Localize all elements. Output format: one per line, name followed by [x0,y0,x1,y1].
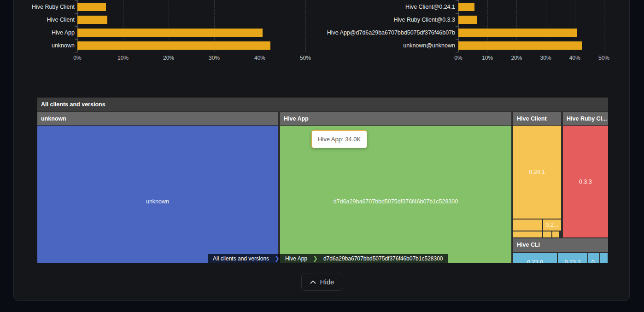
hide-button[interactable]: Hide [301,273,343,291]
treemap-cell[interactable]: 0. [588,253,599,263]
clients-chart-y-axis-tick [75,52,77,52]
treemap-cell[interactable]: 0.2... [543,220,561,231]
clients-chart-x-tick-label: 20% [158,55,180,61]
versions-chart-x-tick-label: 10% [476,55,498,61]
versions-chart-bar[interactable] [458,41,582,50]
versions-chart-y-axis-tick [456,52,458,52]
breadcrumb-chevron-icon: ❯ [274,254,281,263]
treemap-cell[interactable]: unknown [37,126,278,263]
treemap-breadcrumb: All clients and versions❯Hive App❯d7d6a2… [208,254,448,263]
page: 0%10%20%30%40%50%Hive Ruby ClientHive Cl… [0,0,644,312]
versions-chart-x-tick-label: 30% [535,55,557,61]
breadcrumb-item[interactable]: All clients and versions [208,254,274,263]
clients-chart-x-tick-label: 0% [66,55,88,61]
treemap-cell[interactable] [513,231,542,237]
versions-chart-x-tick-label: 50% [593,55,615,61]
clients-chart-bar[interactable] [77,3,106,11]
treemap-tooltip: Hive App: 34.0K [311,130,367,148]
treemap-section-header[interactable]: Hive CLI [513,238,608,252]
treemap-cell[interactable]: 0.24.1 [513,126,561,219]
breadcrumb-chevron-icon: ❯ [312,254,319,263]
clients-chart-x-tick-label: 40% [249,55,271,61]
versions-chart-x-tick-label: 0% [447,55,469,61]
treemap-section-header[interactable]: Hive Client [513,112,561,125]
treemap-section-header[interactable]: unknown [37,112,278,125]
treemap-cell[interactable]: 0.23.2 [558,253,587,263]
versions-chart-y-axis-tick [456,0,458,1]
versions-chart-y-axis-tick [456,26,458,27]
clients-chart-x-tick-label: 10% [112,55,134,61]
clients-chart-bar[interactable] [77,29,263,37]
clients-chart-category-label: Hive Ruby Client [6,3,75,11]
treemap-section-header[interactable]: Hive App [280,112,511,125]
chevron-up-icon [310,280,316,284]
clients-chart-y-axis-tick [75,26,77,27]
versions-chart-y-axis-tick [456,13,458,14]
versions-chart-x-tick-label: 20% [505,55,527,61]
versions-chart-category-label: Hive Ruby Client@0.3.3 [299,16,455,24]
panel-footer: Hide [0,273,644,291]
clients-chart-bar[interactable] [77,41,270,50]
versions-chart-category-label: Hive Client@0.24.1 [299,3,455,11]
clients-chart-category-label: Hive App [6,29,75,37]
clients-chart-y-axis-tick [75,13,77,14]
versions-chart-bar[interactable] [458,3,474,11]
clients-chart-y-axis-tick [75,39,77,40]
clients-chart-bar[interactable] [77,16,107,24]
clients-chart-category-label: Hive Client [6,16,75,24]
treemap-cell[interactable] [543,231,551,237]
treemap-title-bar: All clients and versions [37,98,608,111]
treemap-cell[interactable] [552,231,559,237]
clients-chart-category-label: unknown [6,41,75,50]
tooltip-text: Hive App: 34.0K [318,136,361,143]
breadcrumb-item[interactable]: Hive App [281,254,312,263]
versions-chart-category-label: unknown@unknown [299,41,455,50]
hide-button-label: Hide [320,278,334,286]
treemap-cell[interactable] [513,220,542,231]
versions-chart-bar[interactable] [458,16,477,24]
versions-chart-x-tick-label: 40% [564,55,586,61]
versions-chart-bar[interactable] [458,29,577,37]
treemap-cell[interactable] [600,253,608,263]
breadcrumb-item[interactable]: d7d6a29ba6707bbd5075df376f46b07b1c528300 [319,254,448,263]
clients-chart-x-tick-label: 50% [294,55,316,61]
versions-chart-gridline [604,0,604,52]
treemap-cell[interactable]: 0.3.3 [563,126,608,237]
treemap-cell[interactable]: 0.23.0 [513,253,557,263]
clients-chart-y-axis-tick [75,0,77,1]
clients-chart-x-tick-label: 30% [203,55,225,61]
treemap-section-header[interactable]: Hive Ruby Cl... [563,112,608,125]
versions-chart-y-axis-tick [456,39,458,40]
versions-chart-category-label: Hive App@d7d6a29ba6707bbd5075df376f46b07… [299,29,455,37]
clients-versions-treemap: All clients and versionsunknownunknownHi… [37,98,608,263]
